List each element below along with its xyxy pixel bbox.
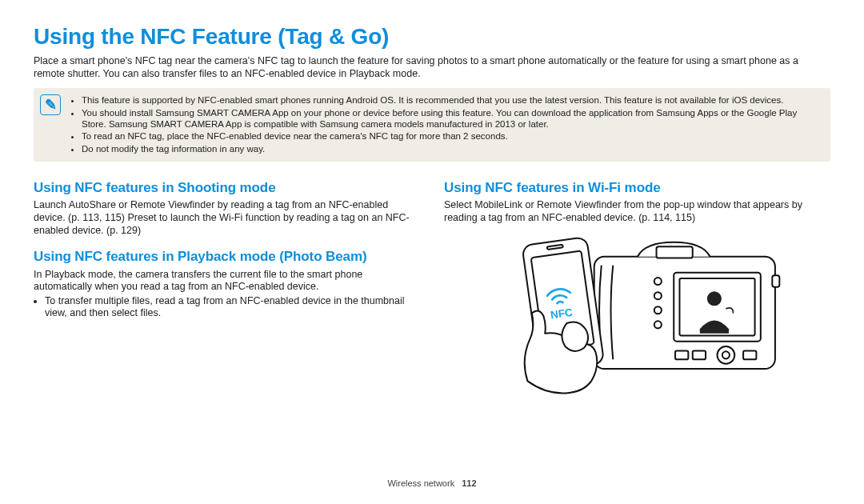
section-body-playback: In Playback mode, the camera transfers t… <box>34 269 420 294</box>
note-item: To read an NFC tag, place the NFC-enable… <box>82 130 822 142</box>
note-icon: ✎ <box>40 94 61 115</box>
intro-paragraph: Place a smart phone's NFC tag near the c… <box>34 55 830 80</box>
note-item: This feature is supported by NFC-enabled… <box>82 94 822 106</box>
right-column: Using NFC features in Wi-Fi mode Select … <box>444 176 830 396</box>
page-title: Using the NFC Feature (Tag & Go) <box>34 22 830 50</box>
svg-rect-13 <box>743 350 756 359</box>
section-body-wifi: Select MobileLink or Remote Viewfinder f… <box>444 199 830 224</box>
note-item: You should install Samsung SMART CAMERA … <box>82 107 822 130</box>
svg-rect-14 <box>772 275 779 286</box>
section-bullets-playback: To transfer multiple files, read a tag f… <box>34 295 420 320</box>
svg-point-7 <box>654 306 661 314</box>
section-bullet: To transfer multiple files, read a tag f… <box>45 295 420 320</box>
section-heading-wifi: Using NFC features in Wi-Fi mode <box>444 179 830 196</box>
note-callout: ✎ This feature is supported by NFC-enabl… <box>34 88 830 162</box>
left-column: Using NFC features in Shooting mode Laun… <box>34 176 420 396</box>
page-footer: Wireless network 112 <box>0 478 864 490</box>
svg-rect-9 <box>675 350 688 359</box>
section-heading-playback: Using NFC features in Playback mode (Pho… <box>34 248 420 265</box>
svg-point-6 <box>654 292 661 299</box>
section-body-shooting: Launch AutoShare or Remote Viewfinder by… <box>34 199 420 237</box>
note-list: This feature is supported by NFC-enabled… <box>70 94 822 154</box>
section-heading-shooting: Using NFC features in Shooting mode <box>34 179 420 196</box>
svg-point-8 <box>654 321 661 328</box>
footer-page-number: 112 <box>462 478 476 488</box>
svg-point-5 <box>654 278 661 285</box>
footer-section: Wireless network <box>387 478 454 488</box>
camera-phone-svg: NFC <box>486 236 790 396</box>
svg-rect-1 <box>656 246 692 258</box>
note-item: Do not modify the tag information in any… <box>82 143 822 154</box>
svg-rect-10 <box>692 350 705 359</box>
illustration-nfc-camera: NFC <box>444 236 830 396</box>
svg-point-12 <box>722 351 729 358</box>
svg-point-4 <box>706 291 721 306</box>
